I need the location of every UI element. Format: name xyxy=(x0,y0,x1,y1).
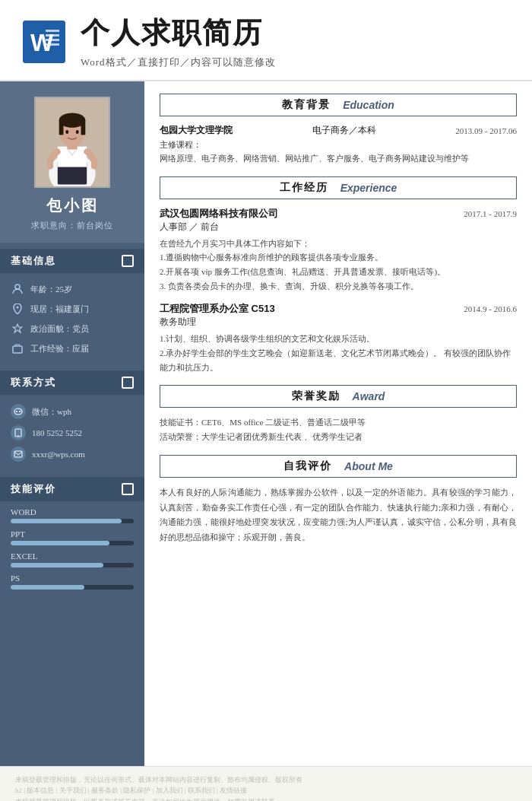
watermark-line3: 来稿登载管理和排版，以图表形式展开内容，无论如何均为展示用途，如需引用请联系 xyxy=(15,796,517,801)
wechat-label: 微信：wph xyxy=(32,406,71,418)
skill-ps-bar-bg xyxy=(11,585,134,590)
education-section: 教育背景 Education 包园大学文理学院 电子商务／本科 2013.09 … xyxy=(160,94,517,166)
about-content: 本人有良好的人际沟通能力，熟练掌握办公软件，以及一定的外语能力。具有较强的学习能… xyxy=(160,485,517,545)
skill-ppt-bar-fill xyxy=(11,541,109,545)
about-header: 自我评价 About Me xyxy=(160,455,517,478)
exp-company-1: 工程院管理系办公室 C513 xyxy=(160,302,275,316)
experience-header: 工作经历 Experience xyxy=(160,176,517,199)
basic-info-title: 基础信息 xyxy=(11,254,56,268)
svg-rect-3 xyxy=(46,34,59,37)
skill-excel-name: EXCEL xyxy=(11,551,134,561)
svg-point-23 xyxy=(14,408,22,415)
profile-job-intention: 求职意向：前台岗位 xyxy=(31,220,113,231)
award-header: 荣誉奖励 Award xyxy=(160,385,517,408)
skill-ps-bar-fill xyxy=(11,585,84,590)
skills-icon xyxy=(122,483,134,495)
svg-text:W: W xyxy=(30,29,54,56)
edu-courses-label: 主修课程： xyxy=(160,139,517,151)
location-label: 现居：福建厦门 xyxy=(30,304,89,315)
edu-entry-header: 包园大学文理学院 电子商务／本科 2013.09 - 2017.06 xyxy=(160,124,517,137)
experience-title-en: Experience xyxy=(340,182,397,194)
education-title-en: Education xyxy=(343,99,394,111)
skill-word-bar-bg xyxy=(11,519,134,523)
phone-icon xyxy=(11,425,26,440)
exp-date-1: 2014.9 - 2016.6 xyxy=(464,304,517,313)
word-icon: W xyxy=(23,21,65,63)
skill-ps-name: PS xyxy=(11,574,134,583)
skill-ps: PS xyxy=(11,574,134,590)
skill-word-bar-fill xyxy=(11,519,122,523)
edu-courses: 网络原理、电子商务、网络营销、网站推广、客户服务、电子商务网站建设与维护等 xyxy=(160,152,517,166)
experience-section: 工作经历 Experience 武汉包圆网络科技有限公司 2017.1 - 20… xyxy=(160,176,517,375)
edu-date: 2013.09 - 2017.06 xyxy=(455,126,517,135)
svg-rect-5 xyxy=(46,43,59,46)
exp-desc-1: 1.计划、组织、协调各级学生组织的文艺和文化娱乐活动。 2.承办好学生会部的学生… xyxy=(160,332,517,374)
award-section: 荣誉奖励 Award 技能证书：CET6、MS office 二级证书、普通话二… xyxy=(160,385,517,443)
svg-point-24 xyxy=(17,435,18,436)
award-text1: 技能证书：CET6、MS office 二级证书、普通话二级甲等 xyxy=(160,415,517,430)
skill-excel: EXCEL xyxy=(11,551,134,567)
svg-rect-2 xyxy=(46,30,59,32)
basic-info-icon xyxy=(122,255,134,267)
banner-title: 个人求职简历 xyxy=(81,14,276,52)
svg-point-17 xyxy=(15,284,20,289)
main-layout: 包小图 求职意向：前台岗位 基础信息 年龄：25岁 现居：福建厦门 xyxy=(0,81,532,766)
about-title-en: About Me xyxy=(344,460,393,472)
exp-header-1: 工程院管理系办公室 C513 2014.9 - 2016.6 xyxy=(160,302,517,316)
skills-list: WORD PPT EXCEL PS xyxy=(0,501,144,606)
contact-icon xyxy=(122,377,134,389)
exp-desc-0: 在曾经九个月实习中具体工作内容如下： 1.遵循购物中心服务标准向所维护的顾客提供… xyxy=(160,237,517,294)
skills-header: 技能评价 xyxy=(0,477,144,501)
skill-ppt-bar-bg xyxy=(11,541,134,545)
info-location: 现居：福建厦门 xyxy=(11,299,134,319)
svg-rect-9 xyxy=(58,147,87,167)
content-area: 教育背景 Education 包园大学文理学院 电子商务／本科 2013.09 … xyxy=(144,81,532,766)
skill-ppt: PPT xyxy=(11,529,134,545)
exp-header-0: 武汉包圆网络科技有限公司 2017.1 - 2017.9 xyxy=(160,207,517,221)
email-icon xyxy=(11,447,26,462)
age-icon xyxy=(11,282,24,296)
contact-phone: 180 5252 5252 xyxy=(11,422,134,443)
exp-date-0: 2017.1 - 2017.9 xyxy=(464,209,517,218)
info-age: 年龄：25岁 xyxy=(11,279,134,299)
top-banner: W 个人求职简历 Word格式／直接打印／内容可以随意修改 xyxy=(0,0,532,81)
award-title-cn: 荣誉奖励 xyxy=(292,389,340,403)
edu-major: 电子商务／本科 xyxy=(312,124,376,137)
exp-dept-0: 人事部 ／ 前台 xyxy=(160,221,517,234)
svg-rect-20 xyxy=(13,346,22,353)
politics-icon xyxy=(11,322,24,335)
watermark-line1: 来稿登载管理和排版，无论以任何形式、载体对本网站内容进行复制、散布均属侵权。版权… xyxy=(15,774,517,785)
skill-excel-bar-fill xyxy=(11,563,103,567)
award-title-en: Award xyxy=(353,390,385,402)
svg-rect-25 xyxy=(14,451,22,457)
exp-entry-1: 工程院管理系办公室 C513 2014.9 - 2016.6 教务助理 1.计划… xyxy=(160,302,517,374)
svg-rect-14 xyxy=(81,120,86,135)
info-politics: 政治面貌：党员 xyxy=(11,319,134,339)
age-label: 年龄：25岁 xyxy=(30,284,72,295)
profile-photo xyxy=(34,97,110,188)
svg-rect-4 xyxy=(46,39,59,41)
svg-point-22 xyxy=(19,411,21,412)
experience-label: 工作经验：应届 xyxy=(30,343,89,354)
exp-dept-1: 教务助理 xyxy=(160,316,517,329)
email-label: xxxr@wps.com xyxy=(32,450,85,459)
education-header: 教育背景 Education xyxy=(160,94,517,116)
basic-info-list: 年龄：25岁 现居：福建厦门 政治面貌：党员 工作经验：应届 xyxy=(0,273,144,364)
banner-subtitle: Word格式／直接打印／内容可以随意修改 xyxy=(81,56,276,69)
svg-marker-19 xyxy=(13,324,22,332)
education-entry-0: 包园大学文理学院 电子商务／本科 2013.09 - 2017.06 主修课程：… xyxy=(160,124,517,166)
svg-point-21 xyxy=(16,411,17,412)
exp-company-0: 武汉包圆网络科技有限公司 xyxy=(160,207,278,221)
award-content: 技能证书：CET6、MS office 二级证书、普通话二级甲等 活动荣誉：大学… xyxy=(160,415,517,443)
skills-title: 技能评价 xyxy=(11,482,56,496)
profile-photo-area: 包小图 求职意向：前台岗位 xyxy=(0,81,144,243)
svg-point-18 xyxy=(17,307,19,309)
sidebar: 包小图 求职意向：前台岗位 基础信息 年龄：25岁 现居：福建厦门 xyxy=(0,81,144,766)
edu-school: 包园大学文理学院 xyxy=(160,124,233,137)
svg-rect-13 xyxy=(59,120,64,135)
info-experience: 工作经验：应届 xyxy=(11,339,134,358)
contact-header: 联系方式 xyxy=(0,370,144,395)
experience-icon xyxy=(11,342,24,355)
wechat-icon xyxy=(11,404,26,419)
svg-point-15 xyxy=(65,130,68,134)
